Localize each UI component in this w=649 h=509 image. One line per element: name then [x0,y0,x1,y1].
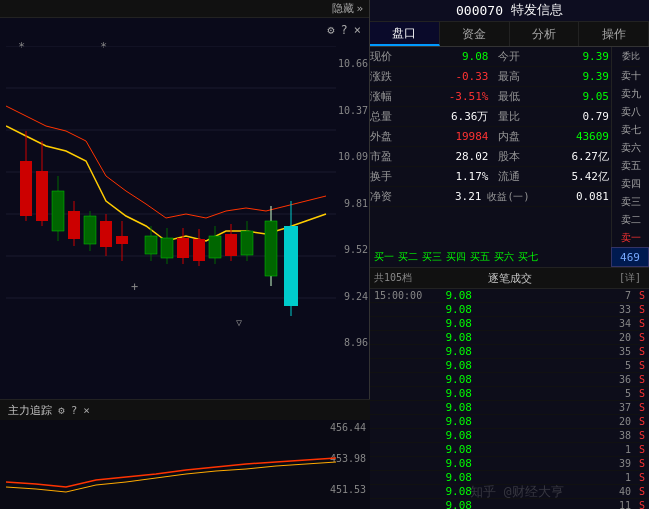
chart-area: 10.66 10.37 10.09 9.81 9.52 9.24 8.96 * … [0,18,370,388]
order-sidebar: 委比 卖十 卖九 卖八 卖七 卖六 卖五 卖四 卖三 卖二 卖一 [611,47,649,247]
svg-rect-26 [265,221,277,276]
trade-table: 15:00:00 9.08 7 S 9.08 33 S 9.08 34 S 9.… [370,289,649,509]
table-row: 9.08 20 S [370,415,649,429]
buy-two-label: 买二 [398,250,418,264]
svg-text:▽: ▽ [236,317,242,328]
buy-three-label: 买三 [422,250,442,264]
price-label-3: 10.09 [332,151,368,162]
tab-bar: 盘口 资金 分析 操作 [370,22,649,48]
table-row: 9.08 38 S [370,429,649,443]
svg-rect-34 [193,239,205,261]
info-row-8: 净资 3.21 收益(一) 0.081 [370,187,611,207]
indicator-area: 主力追踪 ⚙ ? × 456.44 453.98 451.53 [0,399,370,509]
buy-seven-label: 买七 [518,250,538,264]
info-row-1: 现价 9.08 今开 9.39 [370,47,611,67]
table-row: 9.08 1 S [370,471,649,485]
sell-nine: 卖九 [621,85,641,103]
stock-name: 特发信息 [511,1,563,19]
sell-four: 卖四 [621,175,641,193]
svg-rect-12 [52,191,64,231]
indicator-gear[interactable]: ⚙ [58,404,65,417]
candlestick-chart: + ▽ [6,46,336,341]
sell-one: 卖一 [621,229,641,247]
indicator-label: 主力追踪 [8,403,52,418]
buy-four-label: 买四 [446,250,466,264]
price-label-7: 8.96 [332,337,368,348]
svg-rect-38 [225,234,237,256]
hide-bar[interactable]: 隐藏 » [0,0,369,18]
price-label-1: 10.66 [332,58,368,69]
svg-rect-10 [36,171,48,221]
bid-badge: 469 [611,247,649,267]
tab-analysis[interactable]: 分析 [510,22,580,47]
indicator-close[interactable]: × [83,404,90,417]
buy-five-label: 买五 [470,250,490,264]
svg-rect-8 [20,161,32,216]
svg-rect-20 [116,236,128,244]
svg-rect-24 [284,226,298,306]
table-row: 9.08 20 S [370,331,649,345]
indicator-chart [6,422,336,509]
buy-labels: 买一 买二 买三 买四 买五 买六 买七 [370,250,611,264]
sell-ten: 卖十 [621,67,641,85]
trade-header-title: 逐笔成交 [488,271,532,286]
table-row: 9.08 37 S [370,401,649,415]
svg-rect-14 [68,211,80,239]
info-row-5: 外盘 19984 内盘 43609 [370,127,611,147]
info-row-6: 市盈 28.02 股本 6.27亿 [370,147,611,167]
info-row-4: 总量 6.36万 量比 0.79 [370,107,611,127]
table-row: 9.08 39 S [370,457,649,471]
weibei-label: 委比 [622,47,640,67]
stock-title-bar: 000070 特发信息 [370,0,649,22]
indicator-question[interactable]: ? [71,404,78,417]
price-label-6: 9.24 [332,291,368,302]
info-section: 现价 9.08 今开 9.39 涨跌 -0.33 最高 9.39 涨幅 -3.5… [370,47,649,247]
tab-capital[interactable]: 资金 [440,22,510,47]
table-row: 9.08 5 S [370,359,649,373]
price-axis: 10.66 10.37 10.09 9.81 9.52 9.24 8.96 [332,58,368,348]
info-row-3: 涨幅 -3.51% 最低 9.05 [370,87,611,107]
sell-eight: 卖八 [621,103,641,121]
svg-rect-40 [241,231,253,255]
tab-pankou[interactable]: 盘口 [370,22,440,47]
svg-rect-32 [177,238,189,258]
buy-one-label: 买一 [374,250,394,264]
hide-label[interactable]: 隐藏 [332,1,354,16]
table-row: 9.08 33 S [370,303,649,317]
tab-operation[interactable]: 操作 [579,22,649,47]
indicator-toolbar: 主力追踪 ⚙ ? × [0,400,370,420]
info-grid: 现价 9.08 今开 9.39 涨跌 -0.33 最高 9.39 涨幅 -3.5… [370,47,611,247]
trade-detail-link[interactable]: [详] [619,271,641,285]
svg-rect-18 [100,221,112,247]
sell-five: 卖五 [621,157,641,175]
trade-header: 逐笔成交 [详] 共105档 [370,267,649,289]
hide-arrow: » [356,2,363,15]
sell-seven: 卖七 [621,121,641,139]
table-row: 9.08 34 S [370,317,649,331]
table-row: 9.08 36 S [370,373,649,387]
price-label-4: 9.81 [332,198,368,209]
price-label-2: 10.37 [332,105,368,116]
svg-rect-30 [161,238,173,258]
sell-six: 卖六 [621,139,641,157]
svg-text:+: + [131,280,138,294]
buy-six-label: 买六 [494,250,514,264]
sell-three: 卖三 [621,193,641,211]
table-row: 9.08 1 S [370,443,649,457]
table-row: 9.08 40 S [370,485,649,499]
table-row: 9.08 11 S [370,499,649,509]
info-row-2: 涨跌 -0.33 最高 9.39 [370,67,611,87]
price-label-5: 9.52 [332,244,368,255]
table-row: 9.08 35 S [370,345,649,359]
info-row-7: 换手 1.17% 流通 5.42亿 [370,167,611,187]
right-panel: 000070 特发信息 盘口 资金 分析 操作 现价 9.08 今开 9.39 [370,0,649,509]
bid-badge-row: 469 买一 买二 买三 买四 买五 买六 买七 [370,247,649,267]
svg-rect-36 [209,236,221,258]
table-row: 9.08 5 S [370,387,649,401]
table-row: 15:00:00 9.08 7 S [370,289,649,303]
svg-rect-28 [145,236,157,254]
common-count: 共105档 [374,271,412,285]
left-panel: 隐藏 » ⚙ ? × 10.66 10.37 10.09 9.81 9.52 9… [0,0,370,509]
svg-rect-16 [84,216,96,244]
sell-two: 卖二 [621,211,641,229]
